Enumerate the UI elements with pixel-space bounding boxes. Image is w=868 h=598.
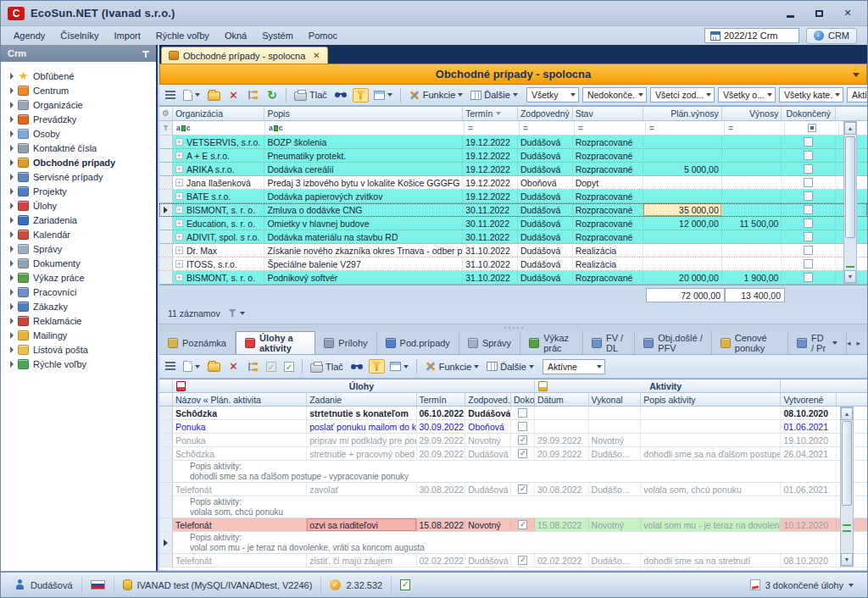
- scrollbar-thumb[interactable]: [845, 136, 855, 238]
- filter-combo-0[interactable]: Všetky: [526, 87, 579, 102]
- filter-cell-eq[interactable]: =: [725, 121, 785, 135]
- sidebar-item-ob-ben-[interactable]: ★Obľúbené: [8, 69, 156, 83]
- done-checkbox[interactable]: [804, 191, 813, 201]
- filter-combo-1[interactable]: Nedokonče...: [582, 87, 647, 102]
- filter-combo-3[interactable]: Všetky o...: [718, 87, 776, 102]
- expand-arrow-icon[interactable]: [10, 217, 14, 224]
- expand-arrow-icon[interactable]: [10, 87, 14, 94]
- sidebar-item-spr-vy[interactable]: Správy: [8, 241, 156, 256]
- done-checkbox[interactable]: [804, 137, 813, 147]
- document-tab[interactable]: Obchodné prípady - spolocna ✕: [161, 47, 328, 64]
- column-header-3[interactable]: Zodpovedný: [518, 107, 573, 120]
- expand-arrow-icon[interactable]: [10, 145, 14, 152]
- sidebar-item-obchodn-pr-pady[interactable]: Obchodné prípady: [8, 155, 156, 169]
- sidebar-item-kalend-r[interactable]: Kalendár: [8, 227, 156, 241]
- column-header-5[interactable]: Plán.výnosy: [643, 107, 722, 120]
- sidebar-header[interactable]: Crm: [1, 45, 156, 62]
- menu--seln-ky[interactable]: Číselníky: [53, 29, 106, 42]
- tab-scroll-left-icon[interactable]: ◂: [847, 339, 851, 347]
- sidebar-item-r-chle-vo-by[interactable]: Rýchle voľby: [8, 357, 156, 371]
- tab-v-kaz-pr-c[interactable]: Výkaz prác: [520, 331, 583, 354]
- done-checkbox[interactable]: [518, 422, 527, 431]
- expand-arrow-icon[interactable]: [10, 332, 14, 339]
- minimize-button[interactable]: [777, 5, 803, 21]
- table-row[interactable]: +ITOSS, s.r.o.Špeciálne balenie V29731.1…: [159, 257, 867, 271]
- column-header-0[interactable]: Organizácia: [173, 107, 264, 120]
- tab-pr-lohy[interactable]: Prílohy: [315, 331, 376, 354]
- column-header-4[interactable]: Stav: [573, 107, 644, 120]
- expand-arrow-icon[interactable]: [10, 274, 14, 281]
- dalsie-menu[interactable]: Ďalšie: [484, 360, 537, 374]
- table-row[interactable]: +ADIVIT, spol. s r.o.Dodávka materiálu n…: [159, 230, 867, 244]
- menu-import[interactable]: Import: [107, 29, 148, 42]
- column-header-2[interactable]: Termín: [417, 393, 466, 406]
- tab-fd-pr[interactable]: FD / Pr: [788, 331, 847, 354]
- menu-pomoc[interactable]: Pomoc: [301, 29, 345, 42]
- tab-obj-do-l-pfv[interactable]: Obj.došlé / PFV: [635, 331, 712, 354]
- open-button[interactable]: [205, 359, 223, 374]
- funkcie-menu[interactable]: Funkcie: [406, 88, 466, 102]
- expand-arrow-icon[interactable]: [10, 361, 14, 368]
- expand-icon[interactable]: +: [175, 138, 183, 146]
- done-checkbox[interactable]: [518, 435, 527, 445]
- dalsie-menu[interactable]: Ďalšie: [468, 88, 520, 102]
- column-header-3[interactable]: Zodpoved...: [465, 393, 511, 406]
- table-row[interactable]: +Dr. MaxZískanie nového zkazníka okres T…: [159, 244, 867, 257]
- column-header-1[interactable]: Popis: [264, 107, 463, 120]
- expand-icon[interactable]: +: [175, 260, 183, 268]
- done-checkbox[interactable]: [804, 246, 813, 255]
- expand-icon[interactable]: +: [175, 192, 183, 200]
- expand-arrow-icon[interactable]: [10, 231, 14, 238]
- sidebar-item-listov-po-ta[interactable]: Listová pošta: [8, 342, 156, 357]
- done-checkbox[interactable]: [518, 484, 527, 494]
- status-language[interactable]: [82, 577, 114, 594]
- filter-button[interactable]: [369, 359, 385, 374]
- pin-icon[interactable]: [142, 50, 149, 58]
- table-row[interactable]: +BATE s.r.o.Dodávka papierových zvitkov1…: [159, 190, 867, 203]
- expand-arrow-icon[interactable]: [10, 102, 14, 108]
- new-window-button[interactable]: [387, 360, 411, 373]
- complete-button[interactable]: ✓: [281, 360, 297, 374]
- table-row[interactable]: Telefonátzistiť, či majú záujem02.02.202…: [159, 554, 867, 568]
- maximize-button[interactable]: [806, 5, 832, 21]
- table-row[interactable]: +Jana IlašenkováPredaj 3 izbového bytu v…: [159, 176, 867, 190]
- delete-button[interactable]: ✕: [225, 359, 242, 374]
- tab-scroll-right-icon[interactable]: ▸: [856, 339, 860, 347]
- sidebar-item--lohy[interactable]: Úlohy: [8, 198, 156, 213]
- filter-cell-eq[interactable]: =: [465, 121, 520, 135]
- table-row[interactable]: +BISMONT, s. r. o.Zmluva o dodávke CNG30…: [159, 203, 867, 217]
- tab-cenov-ponuky[interactable]: Cenové ponuky: [712, 331, 788, 354]
- filter-button[interactable]: [353, 88, 369, 102]
- hierarchy-button[interactable]: [244, 360, 261, 374]
- expand-icon[interactable]: +: [175, 165, 183, 173]
- column-header-6[interactable]: Výnosy: [722, 107, 782, 120]
- table-row[interactable]: Ponukaposlať ponuku mailom do konca t...…: [159, 420, 867, 434]
- filter-cell-check[interactable]: [785, 121, 839, 135]
- filter-combo-2[interactable]: Všetci zod...: [650, 87, 715, 102]
- column-header-0[interactable]: Názov « Plán. aktivita: [173, 393, 307, 406]
- sidebar-item-zariadenia[interactable]: Zariadenia: [8, 213, 156, 227]
- grid-options-icon[interactable]: ⚙: [159, 107, 173, 120]
- menu-okn-[interactable]: Okná: [217, 29, 254, 42]
- expand-arrow-icon[interactable]: [10, 174, 14, 180]
- menu-agendy[interactable]: Agendy: [6, 29, 53, 42]
- sidebar-item-mailingy[interactable]: Mailingy: [8, 328, 156, 342]
- expand-arrow-icon[interactable]: [10, 73, 14, 80]
- column-header-6[interactable]: Vykonal: [589, 393, 642, 406]
- tab-close-icon[interactable]: ✕: [313, 51, 320, 60]
- search-button[interactable]: [348, 361, 366, 373]
- done-checkbox[interactable]: [804, 178, 813, 187]
- table-row[interactable]: Telefonátozvi sa riaditeľovi15.08.2022No…: [159, 518, 867, 532]
- tab-pod-pr-pady[interactable]: Pod.prípady: [377, 331, 459, 354]
- expand-arrow-icon[interactable]: [10, 188, 14, 195]
- filter-indicator[interactable]: [229, 309, 245, 317]
- open-button[interactable]: [205, 88, 223, 102]
- period-selector[interactable]: 2022/12 Crm: [704, 28, 799, 43]
- sidebar-item-pracovn-ci[interactable]: Pracovníci: [8, 285, 156, 299]
- filter-combo-5[interactable]: Aktívne: [847, 87, 868, 102]
- column-header-7[interactable]: Dokončený: [782, 107, 836, 120]
- table-row[interactable]: Schôdzkastretnutie + pracovný obed20.09.…: [159, 447, 867, 461]
- toolbar-menu-icon[interactable]: [165, 91, 175, 100]
- filter-cell-eq[interactable]: =: [520, 121, 575, 135]
- expand-arrow-icon[interactable]: [10, 116, 14, 123]
